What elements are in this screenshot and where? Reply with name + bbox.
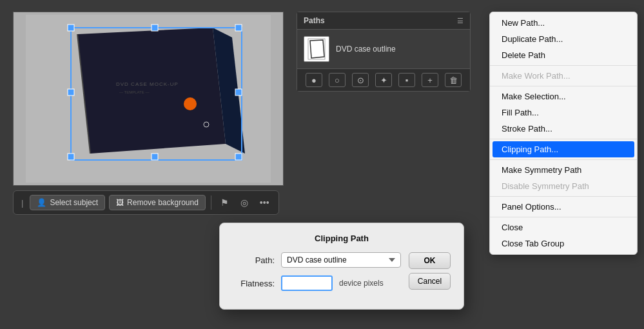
menu-item-delete-path[interactable]: Delete Path bbox=[490, 47, 637, 63]
make-work-path-button[interactable]: ✦ bbox=[375, 73, 392, 87]
menu-separator-6 bbox=[490, 217, 637, 217]
menu-separator-3 bbox=[490, 139, 637, 139]
dialog-path-label: Path: bbox=[233, 255, 275, 265]
svg-rect-10 bbox=[235, 25, 242, 31]
svg-text:— TEMPLATE —: — TEMPLATE — bbox=[119, 90, 149, 94]
menu-item-close-tab-group[interactable]: Close Tab Group bbox=[490, 235, 637, 252]
dialog-flatness-label: Flatness: bbox=[233, 279, 275, 288]
menu-separator-2 bbox=[490, 86, 637, 86]
path-icon-button[interactable]: ⚑ bbox=[217, 195, 233, 210]
path-item[interactable]: DVD case outline bbox=[297, 32, 470, 66]
add-mask-button[interactable]: ▪ bbox=[398, 73, 415, 87]
paths-panel: Paths ☰ DVD case outline ● ○ ⊙ ✦ ▪ + 🗑 bbox=[297, 12, 471, 92]
dialog-ok-button[interactable]: OK bbox=[409, 252, 451, 269]
menu-item-stroke-path[interactable]: Stroke Path... bbox=[490, 121, 637, 137]
svg-rect-12 bbox=[235, 154, 242, 160]
menu-item-panel-options[interactable]: Panel Options... bbox=[490, 199, 637, 215]
menu-separator-4 bbox=[490, 159, 637, 160]
svg-point-6 bbox=[184, 97, 197, 110]
remove-background-label: Remove background bbox=[127, 198, 199, 207]
menu-item-fill-path[interactable]: Fill Path... bbox=[490, 105, 637, 121]
load-as-selection-button[interactable]: ⊙ bbox=[352, 73, 369, 87]
delete-path-button[interactable]: 🗑 bbox=[445, 73, 462, 87]
circle-icon: ◎ bbox=[240, 197, 248, 208]
paths-panel-header: Paths ☰ bbox=[297, 12, 470, 30]
dialog-title: Clipping Path bbox=[233, 234, 451, 243]
svg-text:DVD CASE MOCK-UP: DVD CASE MOCK-UP bbox=[116, 81, 179, 87]
menu-item-clipping-path[interactable]: Clipping Path... bbox=[493, 141, 634, 157]
menu-separator-5 bbox=[490, 196, 637, 197]
new-path-button[interactable]: + bbox=[422, 73, 438, 87]
menu-item-new-path[interactable]: New Path... bbox=[490, 15, 637, 31]
canvas-area: DVD CASE MOCK-UP — TEMPLATE — bbox=[13, 12, 284, 186]
path-thumbnail-svg bbox=[307, 37, 326, 61]
clipping-path-dialog: Clipping Path Path: DVD case outlineNone… bbox=[219, 223, 464, 310]
svg-rect-13 bbox=[151, 25, 158, 31]
menu-separator-1 bbox=[490, 65, 637, 66]
circle-icon-button[interactable]: ◎ bbox=[237, 195, 252, 210]
bottom-toolbar: | 👤 Select subject 🖼 Remove background ⚑… bbox=[13, 190, 279, 215]
dvd-mockup-svg: DVD CASE MOCK-UP — TEMPLATE — bbox=[26, 15, 271, 183]
menu-item-make-selection[interactable]: Make Selection... bbox=[490, 88, 637, 105]
paths-toolbar: ● ○ ⊙ ✦ ▪ + 🗑 bbox=[297, 68, 470, 91]
dialog-path-row: Path: DVD case outlineNone bbox=[233, 252, 401, 268]
path-icon: ⚑ bbox=[220, 197, 229, 208]
menu-item-disable-symmetry: Disable Symmetry Path bbox=[490, 178, 637, 194]
select-subject-button[interactable]: 👤 Select subject bbox=[30, 195, 105, 210]
menu-item-duplicate-path[interactable]: Duplicate Path... bbox=[490, 31, 637, 47]
fill-path-button[interactable]: ● bbox=[306, 73, 322, 87]
menu-item-make-symmetry[interactable]: Make Symmetry Path bbox=[490, 162, 637, 178]
paths-panel-title: Paths bbox=[304, 16, 325, 25]
svg-rect-15 bbox=[68, 89, 74, 95]
remove-bg-icon: 🖼 bbox=[116, 198, 124, 207]
more-button[interactable]: ••• bbox=[256, 195, 273, 210]
dialog-flatness-unit: device pixels bbox=[339, 279, 384, 288]
select-subject-icon: 👤 bbox=[37, 198, 46, 207]
menu-item-close[interactable]: Close bbox=[490, 219, 637, 235]
paths-panel-menu-icon[interactable]: ☰ bbox=[457, 17, 463, 25]
svg-rect-11 bbox=[68, 154, 74, 160]
svg-rect-16 bbox=[235, 89, 242, 95]
stroke-path-button[interactable]: ○ bbox=[329, 73, 346, 87]
more-icon: ••• bbox=[260, 197, 269, 208]
toolbar-divider bbox=[211, 195, 211, 210]
panel-header-icons: ☰ bbox=[457, 17, 463, 25]
dialog-flatness-input[interactable] bbox=[281, 275, 333, 291]
dialog-cancel-button[interactable]: Cancel bbox=[409, 273, 451, 290]
menu-item-make-work-path: Make Work Path... bbox=[490, 68, 637, 84]
svg-rect-9 bbox=[68, 25, 74, 31]
svg-marker-1 bbox=[77, 28, 226, 154]
toolbar-pipe: | bbox=[19, 198, 26, 208]
paths-list: DVD case outline bbox=[297, 30, 470, 68]
path-name-label: DVD case outline bbox=[336, 45, 396, 54]
dialog-path-select[interactable]: DVD case outlineNone bbox=[281, 252, 401, 268]
select-subject-label: Select subject bbox=[50, 198, 98, 207]
svg-rect-14 bbox=[151, 154, 158, 160]
remove-background-button[interactable]: 🖼 Remove background bbox=[109, 195, 206, 210]
path-thumbnail bbox=[304, 36, 329, 62]
context-menu: New Path... Duplicate Path... Delete Pat… bbox=[489, 12, 638, 255]
dialog-flatness-row: Flatness: device pixels bbox=[233, 275, 401, 291]
canvas-image: DVD CASE MOCK-UP — TEMPLATE — bbox=[14, 12, 283, 185]
